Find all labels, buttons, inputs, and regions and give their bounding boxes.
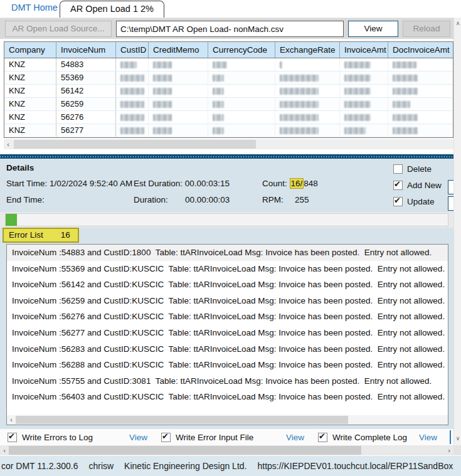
- status-user: chrisw: [88, 461, 114, 471]
- error-list-horizontal-scrollbar[interactable]: ‹: [7, 415, 448, 425]
- grid-header-cell[interactable]: Company: [4, 42, 56, 58]
- checkbox[interactable]: ✔: [393, 197, 403, 206]
- view-log-link[interactable]: View: [419, 433, 437, 442]
- view-log-link[interactable]: View: [286, 433, 304, 442]
- log-option: ✔ Write Errors to Log View: [8, 433, 161, 442]
- cell-company: KNZ: [4, 58, 56, 71]
- cell-invoiceamt-redacted: [340, 71, 388, 84]
- cell-invoiceamt-redacted: [340, 124, 388, 137]
- error-list-item[interactable]: InvoiceNum :56288 and CustID:KUSCIC Tabl…: [7, 357, 448, 373]
- grid-row[interactable]: KNZ 54883: [4, 58, 453, 71]
- cell-creditmemo-redacted: [149, 111, 208, 124]
- checkbox[interactable]: ✔: [8, 433, 17, 442]
- panel-splitter[interactable]: [0, 154, 461, 159]
- status-bar: cor DMT 11.2.300.6 chrisw Kinetic Engine…: [0, 456, 461, 476]
- file-path-input[interactable]: [116, 21, 344, 37]
- cell-exchangerate-redacted: [275, 58, 340, 71]
- scroll-left-icon[interactable]: ‹: [0, 445, 9, 455]
- view-button[interactable]: View: [348, 21, 398, 37]
- tab-ar-open-load[interactable]: AR Open Load 1 2%: [60, 1, 164, 18]
- grid-header: CompanyInvoiceNumCustIDCreditMemoCurrenc…: [4, 42, 453, 58]
- error-list-item[interactable]: InvoiceNum :54883 and CustID:1800 Table:…: [7, 245, 448, 261]
- scroll-left-icon[interactable]: ‹: [7, 415, 16, 425]
- cell-docinvoiceamt-redacted: [388, 85, 453, 97]
- error-list-item[interactable]: InvoiceNum :56403 and CustID:KUSCIC Tabl…: [7, 389, 448, 405]
- details-checkbox-row[interactable]: ✔ Update: [393, 197, 435, 206]
- dmt-window: DMT Home AR Open Load 1 2% AR Open Load …: [0, 0, 461, 476]
- cell-company: KNZ: [4, 71, 56, 84]
- error-list-item[interactable]: InvoiceNum :56142 and CustID:KUSCIC Tabl…: [7, 277, 448, 293]
- reload-button[interactable]: Reload: [403, 21, 450, 37]
- error-list-item[interactable]: InvoiceNum :56283 and CustID:KUSCIC Tabl…: [7, 341, 448, 357]
- grid-scroll-thumb[interactable]: [14, 140, 256, 149]
- est-duration: Est Duration: 00.00:03:15: [134, 179, 230, 188]
- grid-header-cell[interactable]: ExchangeRate: [275, 42, 340, 58]
- clipped-button-1[interactable]: [448, 180, 453, 194]
- checkmark-icon: ✔: [394, 196, 401, 205]
- cell-invoice-num: 56259: [56, 98, 116, 110]
- window-horizontal-scrollbar[interactable]: ‹ ›: [0, 445, 453, 455]
- scroll-up-icon[interactable]: ∧: [454, 19, 461, 28]
- clipped-button-2[interactable]: [448, 196, 453, 211]
- grid-header-cell[interactable]: CustID: [116, 42, 149, 58]
- cell-docinvoiceamt-redacted: [388, 98, 453, 110]
- grid-row[interactable]: KNZ 56276: [4, 111, 453, 124]
- cell-currencycode-redacted: [208, 111, 275, 124]
- error-list-item[interactable]: InvoiceNum :55755 and CustID:3081 Table:…: [7, 373, 448, 389]
- scroll-left-icon[interactable]: ‹: [4, 139, 13, 149]
- cell-docinvoiceamt-redacted: [388, 111, 453, 124]
- error-scroll-thumb[interactable]: [16, 416, 348, 424]
- log-option: ✔ Write Complete Log View: [318, 433, 451, 442]
- cell-invoice-num: 56277: [56, 124, 116, 137]
- error-list-item[interactable]: InvoiceNum :56259 and CustID:KUSCIC Tabl…: [7, 293, 448, 309]
- grid-row[interactable]: KNZ 55369: [4, 71, 453, 85]
- cell-exchangerate-redacted: [275, 124, 340, 137]
- footer-divider: [450, 430, 451, 444]
- duration-label: Duration:: [134, 195, 168, 204]
- grid-header-cell[interactable]: DocInvoiceAmt: [388, 42, 453, 58]
- cell-invoiceamt-redacted: [340, 58, 388, 71]
- source-button[interactable]: AR Open Load Source...: [5, 21, 112, 37]
- progress-fill: [6, 214, 17, 226]
- count: Count: 16/848: [262, 179, 318, 188]
- checkbox[interactable]: ✔: [318, 433, 327, 442]
- checkbox[interactable]: ✔: [393, 164, 403, 174]
- error-list-item[interactable]: InvoiceNum :56277 and CustID:KUSCIC Tabl…: [7, 325, 448, 341]
- tab-dmt-home[interactable]: DMT Home: [11, 3, 58, 13]
- scroll-down-icon[interactable]: ∨: [454, 434, 461, 443]
- invoice-grid: CompanyInvoiceNumCustIDCreditMemoCurrenc…: [4, 41, 453, 138]
- checkbox[interactable]: ✔: [393, 181, 403, 190]
- error-list-item[interactable]: InvoiceNum :55369 and CustID:KUSCIC Tabl…: [7, 261, 448, 277]
- view-log-link[interactable]: View: [129, 433, 147, 442]
- checkmark-icon: ✔: [162, 431, 169, 441]
- cell-docinvoiceamt-redacted: [388, 58, 453, 71]
- grid-row[interactable]: KNZ 56142: [4, 85, 453, 98]
- rpm-label: RPM:: [262, 195, 283, 204]
- cell-invoice-num: 54883: [56, 58, 116, 71]
- grid-horizontal-scrollbar[interactable]: ‹: [4, 139, 453, 149]
- cell-custid-redacted: [116, 111, 149, 124]
- scroll-right-icon[interactable]: ›: [445, 445, 453, 455]
- window-scroll-thumb[interactable]: [9, 446, 361, 455]
- cell-custid-redacted: [116, 124, 149, 137]
- cell-company: KNZ: [4, 111, 56, 124]
- details-checkbox-row[interactable]: ✔ Add New: [393, 181, 442, 190]
- grid-header-cell[interactable]: InvoiceNum: [56, 42, 116, 58]
- grid-row[interactable]: KNZ 56277: [4, 124, 453, 137]
- checkmark-icon: ✔: [8, 431, 15, 441]
- window-vertical-scrollbar[interactable]: ∧ ∨: [453, 18, 461, 445]
- grid-header-cell[interactable]: InvoiceAmt: [340, 42, 388, 58]
- grid-row[interactable]: KNZ 56259: [4, 98, 453, 111]
- tab-bar: DMT Home AR Open Load 1 2%: [0, 0, 461, 18]
- error-list-item[interactable]: InvoiceNum :56276 and CustID:KUSCIC Tabl…: [7, 309, 448, 325]
- duration-value: 00.00:00:03: [185, 195, 230, 204]
- log-option: ✔ Write Error Input File View: [161, 433, 318, 442]
- start-time: Start Time: 1/02/2024 9:52:40 AM: [6, 179, 134, 188]
- grid-header-cell[interactable]: CreditMemo: [149, 42, 208, 58]
- cell-invoice-num: 56276: [56, 111, 116, 124]
- cell-custid-redacted: [116, 98, 149, 110]
- cell-docinvoiceamt-redacted: [388, 71, 453, 84]
- details-checkbox-row[interactable]: ✔ Delete: [393, 164, 432, 174]
- checkbox[interactable]: ✔: [161, 433, 171, 442]
- grid-header-cell[interactable]: CurrencyCode: [208, 42, 275, 58]
